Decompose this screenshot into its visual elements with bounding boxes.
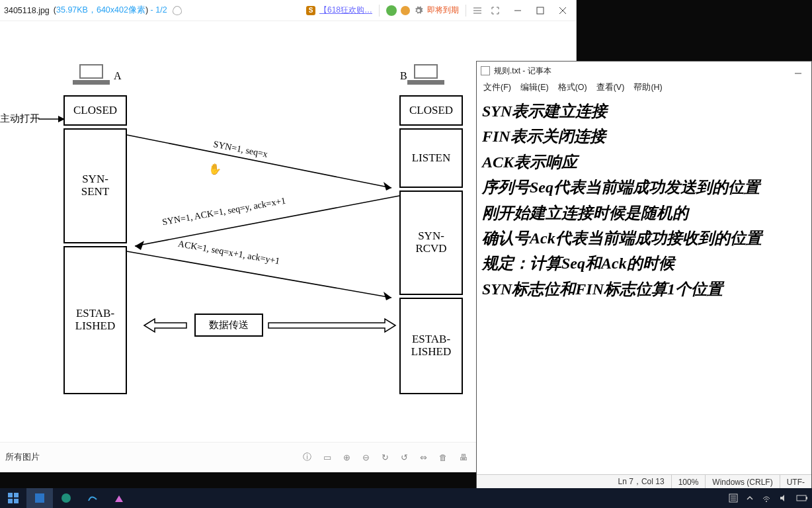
svg-point-12 bbox=[766, 501, 767, 502]
tray-chevron-up-icon[interactable] bbox=[746, 494, 754, 502]
taskbar bbox=[0, 488, 812, 508]
double-arrow-icon bbox=[142, 318, 190, 333]
cloud-upload-icon[interactable] bbox=[173, 6, 182, 15]
hand-cursor-icon: ✋ bbox=[208, 163, 222, 175]
trash-icon[interactable]: 🗑 bbox=[439, 453, 448, 462]
close-button[interactable] bbox=[553, 3, 572, 19]
start-button[interactable] bbox=[0, 488, 26, 508]
text-line: FIN表示关闭连接 bbox=[482, 124, 809, 149]
menu-file[interactable]: 文件(F) bbox=[483, 82, 511, 93]
menu-view[interactable]: 查看(V) bbox=[596, 82, 625, 93]
viewer-filename: 3405118.jpg bbox=[4, 6, 50, 15]
text-line: 序列号Seq代表当前端成功发送到的位置 bbox=[482, 175, 809, 200]
fullscreen-button[interactable] bbox=[486, 3, 505, 19]
hamburger-menu-icon[interactable] bbox=[473, 6, 482, 15]
all-images-link[interactable]: 所有图片 bbox=[5, 452, 40, 463]
edge-icon[interactable] bbox=[53, 488, 79, 508]
svg-rect-9 bbox=[35, 493, 44, 503]
notepad-statusbar: Ln 7，Col 13 100% Windows (CRLF) UTF- bbox=[477, 474, 811, 489]
svg-rect-6 bbox=[14, 493, 19, 497]
viewer-titlebar: 3405118.jpg (35.97KB，640x402像素) - 1/2 S … bbox=[0, 0, 576, 21]
text-line: 刚开始建立连接时候是随机的 bbox=[482, 200, 809, 226]
taskbar-app-button[interactable] bbox=[106, 488, 132, 508]
gear-icon[interactable] bbox=[414, 6, 423, 15]
computer-icon bbox=[79, 64, 108, 85]
rotate-right-icon[interactable]: ↻ bbox=[382, 452, 389, 462]
rotate-left-icon[interactable]: ↺ bbox=[401, 452, 408, 462]
expiry-label[interactable]: 即将到期 bbox=[427, 5, 459, 16]
state-established-b: ESTAB- LISHED bbox=[399, 298, 463, 394]
host-B-label: B bbox=[400, 70, 407, 82]
maximize-button[interactable] bbox=[531, 3, 549, 19]
double-arrow-icon bbox=[266, 318, 398, 333]
fit-icon[interactable]: ▭ bbox=[323, 452, 331, 462]
svg-point-10 bbox=[61, 493, 71, 503]
avatar-icon[interactable] bbox=[386, 5, 397, 16]
computer-icon bbox=[414, 64, 443, 85]
svg-rect-5 bbox=[8, 493, 13, 497]
tray-battery-icon[interactable] bbox=[796, 494, 808, 502]
notepad-app-icon bbox=[481, 66, 490, 75]
notepad-titlebar: 规则.txt - 记事本 bbox=[477, 62, 811, 80]
status-dot-icon bbox=[401, 6, 410, 15]
svg-rect-8 bbox=[14, 499, 19, 503]
svg-line-2 bbox=[127, 135, 391, 188]
state-listen: LISTEN bbox=[399, 128, 463, 188]
minimize-button[interactable] bbox=[508, 3, 527, 19]
tray-wifi-icon[interactable] bbox=[762, 493, 771, 503]
arrow-m1 bbox=[127, 134, 399, 196]
mirror-icon[interactable]: ⇔ bbox=[420, 452, 427, 462]
svg-rect-13 bbox=[797, 495, 806, 501]
viewer-fileinfo: (35.97KB，640x402像素) - 1/2 bbox=[54, 5, 167, 16]
menu-format[interactable]: 格式(O) bbox=[558, 82, 587, 93]
text-line: SYN表示建立连接 bbox=[482, 99, 809, 124]
status-position: Ln 7，Col 13 bbox=[612, 475, 672, 489]
state-syn-rcvd: SYN- RCVD bbox=[399, 190, 463, 295]
notepad-title: 规则.txt - 记事本 bbox=[494, 65, 551, 77]
text-line: 确认号Ack代表当前端成功接收到的位置 bbox=[482, 226, 809, 251]
state-established-a: ESTAB- LISHED bbox=[63, 246, 127, 394]
status-zoom: 100% bbox=[672, 475, 706, 489]
desktop: 3405118.jpg (35.97KB，640x402像素) - 1/2 S … bbox=[0, 0, 812, 508]
svg-rect-0 bbox=[537, 7, 544, 14]
text-line: SYN标志位和FIN标志位算1个位置 bbox=[482, 276, 809, 302]
data-transfer-box: 数据传送 bbox=[194, 314, 263, 337]
menu-help[interactable]: 帮助(H) bbox=[633, 82, 662, 93]
minimize-button[interactable] bbox=[789, 63, 807, 79]
zoom-in-icon[interactable]: ⊕ bbox=[343, 452, 350, 462]
svg-rect-7 bbox=[8, 499, 13, 503]
open-annotation: 主动打开 bbox=[0, 112, 40, 125]
promo-link[interactable]: 【618狂欢购… bbox=[319, 5, 372, 16]
svg-rect-14 bbox=[806, 497, 807, 499]
state-closed-b: CLOSED bbox=[399, 95, 463, 126]
s-badge-icon[interactable]: S bbox=[306, 6, 315, 15]
menu-edit[interactable]: 编辑(E) bbox=[520, 82, 549, 93]
tray-ime-icon[interactable] bbox=[729, 493, 738, 503]
print-icon[interactable]: 🖶 bbox=[460, 453, 468, 462]
notepad-window: 规则.txt - 记事本 文件(F) 编辑(E) 格式(O) 查看(V) 帮助(… bbox=[476, 61, 812, 489]
zoom-out-icon[interactable]: ⊖ bbox=[362, 452, 370, 462]
text-line: 规定：计算Seq和Ack的时候 bbox=[482, 251, 809, 276]
state-closed-a: CLOSED bbox=[63, 95, 127, 126]
notepad-menu: 文件(F) 编辑(E) 格式(O) 查看(V) 帮助(H) bbox=[477, 80, 811, 95]
host-A-label: A bbox=[114, 70, 122, 82]
tray-volume-icon[interactable] bbox=[779, 493, 788, 503]
status-eol: Windows (CRLF) bbox=[706, 475, 780, 489]
info-circle-icon[interactable]: ⓘ bbox=[303, 452, 311, 463]
status-encoding: UTF- bbox=[780, 475, 811, 489]
notepad-textarea[interactable]: SYN表示建立连接 FIN表示关闭连接 ACK表示响应 序列号Seq代表当前端成… bbox=[477, 95, 811, 302]
wireshark-icon[interactable] bbox=[79, 488, 106, 508]
text-line: ACK表示响应 bbox=[482, 149, 809, 175]
state-syn-sent: SYN- SENT bbox=[63, 128, 127, 243]
arrow-icon bbox=[38, 115, 65, 123]
taskbar-app-button[interactable] bbox=[26, 488, 53, 508]
